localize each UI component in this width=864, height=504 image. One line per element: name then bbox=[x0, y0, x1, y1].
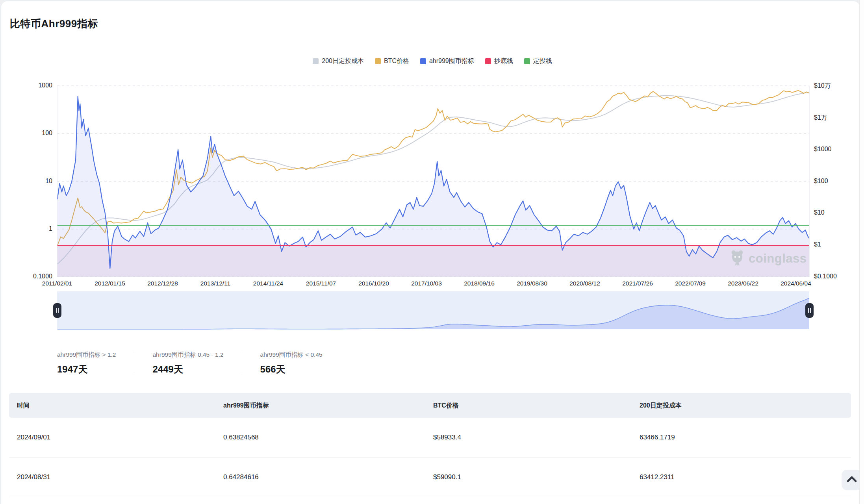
stat-value: 1947天 bbox=[57, 363, 116, 376]
x-axis-tick: 2018/09/16 bbox=[450, 280, 509, 287]
page: 比特币Ahr999指标 200日定投成本BTC价格ahr999囤币指标抄底线定投… bbox=[0, 0, 864, 504]
table-cell: $58933.4 bbox=[433, 434, 461, 441]
x-axis-tick: 2015/11/07 bbox=[291, 280, 350, 287]
x-axis-tick: 2019/08/30 bbox=[502, 280, 562, 287]
x-axis-tick: 2014/11/24 bbox=[239, 280, 298, 287]
x-axis-tick: 2011/02/01 bbox=[28, 280, 87, 287]
x-axis-tick: 2017/10/03 bbox=[397, 280, 456, 287]
x-axis-tick: 2013/12/11 bbox=[186, 280, 245, 287]
table-header-cell: 时间 bbox=[17, 401, 30, 410]
coinglass-watermark: coinglass bbox=[729, 249, 807, 268]
right-axis-tick: $0.1000 bbox=[814, 273, 837, 280]
chart-card: 比特币Ahr999指标 200日定投成本BTC价格ahr999囤币指标抄底线定投… bbox=[1, 1, 860, 504]
left-axis-tick: 1000 bbox=[5, 82, 52, 89]
stat-block: ahr999囤币指标 > 1.21947天 bbox=[57, 351, 116, 376]
stat-block: ahr999囤币指标 0.45 - 1.22449天 bbox=[152, 351, 223, 376]
stat-value: 566天 bbox=[260, 363, 323, 376]
table-cell: 2024/09/01 bbox=[17, 434, 50, 441]
table-cell: 0.64284616 bbox=[223, 473, 259, 481]
stat-divider bbox=[242, 352, 242, 373]
stats-row: ahr999囤币指标 > 1.21947天ahr999囤币指标 0.45 - 1… bbox=[57, 351, 323, 376]
x-axis-tick: 2020/08/12 bbox=[555, 280, 614, 287]
right-axis-tick: $1万 bbox=[814, 114, 827, 122]
table-header-cell: 200日定投成本 bbox=[640, 401, 682, 410]
table-cell: 63466.1719 bbox=[640, 434, 675, 441]
left-axis-tick: 10 bbox=[5, 178, 52, 185]
chart-canvas[interactable] bbox=[1, 1, 864, 340]
x-axis-tick: 2021/07/26 bbox=[608, 280, 667, 287]
x-axis-tick: 2024/06/04 bbox=[766, 280, 825, 287]
x-axis-tick: 2023/06/22 bbox=[714, 280, 773, 287]
stat-block: ahr999囤币指标 < 0.45566天 bbox=[260, 351, 323, 376]
right-axis-tick: $1000 bbox=[814, 146, 832, 153]
table-cell: 63412.2311 bbox=[640, 473, 675, 481]
right-axis-tick: $10 bbox=[814, 209, 825, 216]
data-table: 时间ahr999囤币指标BTC价格200日定投成本2024/09/010.638… bbox=[9, 393, 851, 497]
table-cell: 2024/08/31 bbox=[17, 473, 50, 481]
stat-label: ahr999囤币指标 > 1.2 bbox=[57, 351, 116, 359]
stat-value: 2449天 bbox=[152, 363, 223, 376]
table-cell: $59090.1 bbox=[433, 473, 461, 481]
page-scrollbar[interactable] bbox=[859, 0, 864, 504]
right-axis-tick: $10万 bbox=[814, 82, 831, 90]
coinglass-wordmark: coinglass bbox=[749, 252, 807, 266]
x-axis-tick: 2022/07/09 bbox=[661, 280, 720, 287]
coinglass-bull-icon bbox=[729, 249, 745, 268]
stat-label: ahr999囤币指标 < 0.45 bbox=[260, 351, 323, 359]
left-axis-tick: 100 bbox=[5, 130, 52, 137]
stat-divider bbox=[134, 352, 134, 373]
left-axis-tick: 0.1000 bbox=[5, 273, 52, 280]
navigator-handle-left[interactable] bbox=[53, 303, 61, 318]
right-axis-tick: $1 bbox=[814, 241, 821, 248]
x-axis-tick: 2016/10/20 bbox=[344, 280, 403, 287]
left-axis-tick: 1 bbox=[5, 225, 52, 232]
table-header-cell: ahr999囤币指标 bbox=[223, 401, 269, 410]
navigator-handle-right[interactable] bbox=[805, 303, 814, 318]
table-row: 2024/08/310.64284616$59090.163412.2311 bbox=[9, 458, 851, 497]
table-header-cell: BTC价格 bbox=[433, 401, 459, 410]
stat-label: ahr999囤币指标 0.45 - 1.2 bbox=[152, 351, 223, 359]
x-axis-tick: 2012/01/15 bbox=[80, 280, 139, 287]
table-cell: 0.63824568 bbox=[223, 434, 259, 441]
right-axis-tick: $100 bbox=[814, 178, 828, 185]
table-row: 2024/09/010.63824568$58933.463466.1719 bbox=[9, 418, 851, 458]
table-header-row: 时间ahr999囤币指标BTC价格200日定投成本 bbox=[9, 393, 851, 418]
chevron-up-icon bbox=[846, 475, 858, 485]
x-axis-tick: 2012/12/28 bbox=[133, 280, 192, 287]
